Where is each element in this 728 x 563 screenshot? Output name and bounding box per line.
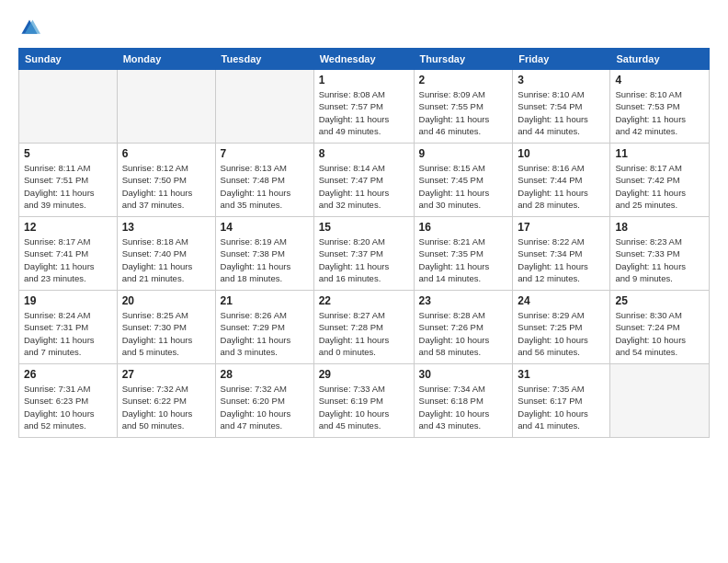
day-info: Sunrise: 8:29 AM Sunset: 7:25 PM Dayligh…: [518, 309, 605, 358]
day-info: Sunrise: 7:35 AM Sunset: 6:17 PM Dayligh…: [518, 383, 605, 431]
calendar-cell: 12Sunrise: 8:17 AM Sunset: 7:41 PM Dayli…: [19, 217, 118, 291]
day-info: Sunrise: 7:34 AM Sunset: 6:18 PM Dayligh…: [419, 383, 508, 431]
day-number: 14: [221, 221, 309, 234]
day-info: Sunrise: 8:21 AM Sunset: 7:35 PM Dayligh…: [419, 236, 508, 284]
day-number: 1: [319, 74, 409, 86]
calendar-cell: 20Sunrise: 8:25 AM Sunset: 7:30 PM Dayli…: [117, 291, 215, 364]
calendar-cell: 16Sunrise: 8:21 AM Sunset: 7:35 PM Dayli…: [414, 217, 513, 291]
calendar-cell: 24Sunrise: 8:29 AM Sunset: 7:25 PM Dayli…: [513, 291, 610, 364]
header: [18, 17, 710, 39]
calendar-cell: [215, 70, 313, 144]
day-number: 30: [419, 368, 508, 381]
calendar-cell: 1Sunrise: 8:08 AM Sunset: 7:57 PM Daylig…: [313, 70, 414, 144]
day-info: Sunrise: 8:18 AM Sunset: 7:40 PM Dayligh…: [122, 236, 210, 284]
logo-icon: [18, 17, 40, 39]
day-number: 6: [122, 147, 210, 160]
calendar-cell: 4Sunrise: 8:10 AM Sunset: 7:53 PM Daylig…: [610, 70, 710, 144]
logo: [18, 17, 44, 39]
day-info: Sunrise: 8:25 AM Sunset: 7:30 PM Dayligh…: [122, 309, 210, 358]
day-info: Sunrise: 8:09 AM Sunset: 7:55 PM Dayligh…: [419, 88, 508, 137]
day-info: Sunrise: 8:10 AM Sunset: 7:53 PM Dayligh…: [615, 88, 704, 137]
calendar-header-thursday: Thursday: [414, 49, 513, 70]
calendar-cell: 10Sunrise: 8:16 AM Sunset: 7:44 PM Dayli…: [513, 144, 610, 217]
day-number: 24: [518, 294, 605, 307]
day-number: 22: [319, 294, 409, 307]
day-info: Sunrise: 8:26 AM Sunset: 7:29 PM Dayligh…: [221, 309, 309, 358]
day-number: 12: [24, 221, 112, 234]
calendar: SundayMondayTuesdayWednesdayThursdayFrid…: [18, 48, 710, 438]
day-info: Sunrise: 7:31 AM Sunset: 6:23 PM Dayligh…: [24, 383, 112, 431]
calendar-cell: 8Sunrise: 8:14 AM Sunset: 7:47 PM Daylig…: [313, 144, 414, 217]
calendar-header-tuesday: Tuesday: [215, 49, 313, 70]
day-info: Sunrise: 7:32 AM Sunset: 6:20 PM Dayligh…: [221, 383, 309, 431]
day-number: 5: [24, 147, 112, 160]
day-number: 23: [419, 294, 508, 307]
calendar-cell: 31Sunrise: 7:35 AM Sunset: 6:17 PM Dayli…: [513, 364, 610, 438]
day-info: Sunrise: 8:17 AM Sunset: 7:41 PM Dayligh…: [24, 236, 112, 284]
day-number: 25: [615, 294, 704, 307]
day-info: Sunrise: 8:19 AM Sunset: 7:38 PM Dayligh…: [221, 236, 309, 284]
calendar-cell: 3Sunrise: 8:10 AM Sunset: 7:54 PM Daylig…: [513, 70, 610, 144]
calendar-cell: 30Sunrise: 7:34 AM Sunset: 6:18 PM Dayli…: [414, 364, 513, 438]
day-info: Sunrise: 8:16 AM Sunset: 7:44 PM Dayligh…: [518, 162, 605, 211]
day-number: 8: [319, 147, 409, 160]
calendar-header-saturday: Saturday: [610, 49, 710, 70]
day-info: Sunrise: 8:11 AM Sunset: 7:51 PM Dayligh…: [24, 162, 112, 211]
day-number: 15: [319, 221, 409, 234]
day-number: 9: [419, 147, 508, 160]
day-info: Sunrise: 8:24 AM Sunset: 7:31 PM Dayligh…: [24, 309, 112, 358]
calendar-cell: 15Sunrise: 8:20 AM Sunset: 7:37 PM Dayli…: [313, 217, 414, 291]
week-row-2: 5Sunrise: 8:11 AM Sunset: 7:51 PM Daylig…: [19, 144, 710, 217]
day-number: 29: [319, 368, 409, 381]
day-number: 11: [615, 147, 704, 160]
calendar-cell: 21Sunrise: 8:26 AM Sunset: 7:29 PM Dayli…: [215, 291, 313, 364]
day-info: Sunrise: 8:17 AM Sunset: 7:42 PM Dayligh…: [615, 162, 704, 211]
day-info: Sunrise: 8:08 AM Sunset: 7:57 PM Dayligh…: [319, 88, 409, 137]
day-info: Sunrise: 8:30 AM Sunset: 7:24 PM Dayligh…: [615, 309, 704, 358]
day-info: Sunrise: 8:27 AM Sunset: 7:28 PM Dayligh…: [319, 309, 409, 358]
calendar-cell: 26Sunrise: 7:31 AM Sunset: 6:23 PM Dayli…: [19, 364, 118, 438]
calendar-header-row: SundayMondayTuesdayWednesdayThursdayFrid…: [19, 49, 710, 70]
calendar-cell: 27Sunrise: 7:32 AM Sunset: 6:22 PM Dayli…: [117, 364, 215, 438]
calendar-cell: 6Sunrise: 8:12 AM Sunset: 7:50 PM Daylig…: [117, 144, 215, 217]
day-info: Sunrise: 8:12 AM Sunset: 7:50 PM Dayligh…: [122, 162, 210, 211]
day-number: 16: [419, 221, 508, 234]
day-info: Sunrise: 8:10 AM Sunset: 7:54 PM Dayligh…: [518, 88, 605, 137]
calendar-header-friday: Friday: [513, 49, 610, 70]
calendar-cell: 18Sunrise: 8:23 AM Sunset: 7:33 PM Dayli…: [610, 217, 710, 291]
day-info: Sunrise: 8:20 AM Sunset: 7:37 PM Dayligh…: [319, 236, 409, 284]
day-number: 7: [221, 147, 309, 160]
day-info: Sunrise: 7:32 AM Sunset: 6:22 PM Dayligh…: [122, 383, 210, 431]
calendar-header-monday: Monday: [117, 49, 215, 70]
day-number: 26: [24, 368, 112, 381]
day-info: Sunrise: 8:28 AM Sunset: 7:26 PM Dayligh…: [419, 309, 508, 358]
week-row-5: 26Sunrise: 7:31 AM Sunset: 6:23 PM Dayli…: [19, 364, 710, 438]
calendar-cell: 19Sunrise: 8:24 AM Sunset: 7:31 PM Dayli…: [19, 291, 118, 364]
calendar-cell: 28Sunrise: 7:32 AM Sunset: 6:20 PM Dayli…: [215, 364, 313, 438]
page: SundayMondayTuesdayWednesdayThursdayFrid…: [0, 0, 728, 563]
week-row-4: 19Sunrise: 8:24 AM Sunset: 7:31 PM Dayli…: [19, 291, 710, 364]
week-row-3: 12Sunrise: 8:17 AM Sunset: 7:41 PM Dayli…: [19, 217, 710, 291]
day-number: 4: [615, 74, 704, 86]
day-number: 18: [615, 221, 704, 234]
day-number: 28: [221, 368, 309, 381]
calendar-cell: 14Sunrise: 8:19 AM Sunset: 7:38 PM Dayli…: [215, 217, 313, 291]
day-number: 19: [24, 294, 112, 307]
calendar-cell: [19, 70, 118, 144]
day-number: 21: [221, 294, 309, 307]
day-info: Sunrise: 8:23 AM Sunset: 7:33 PM Dayligh…: [615, 236, 704, 284]
calendar-cell: 17Sunrise: 8:22 AM Sunset: 7:34 PM Dayli…: [513, 217, 610, 291]
calendar-header-sunday: Sunday: [19, 49, 118, 70]
day-number: 31: [518, 368, 605, 381]
calendar-cell: 23Sunrise: 8:28 AM Sunset: 7:26 PM Dayli…: [414, 291, 513, 364]
calendar-cell: 13Sunrise: 8:18 AM Sunset: 7:40 PM Dayli…: [117, 217, 215, 291]
calendar-cell: 2Sunrise: 8:09 AM Sunset: 7:55 PM Daylig…: [414, 70, 513, 144]
calendar-cell: 22Sunrise: 8:27 AM Sunset: 7:28 PM Dayli…: [313, 291, 414, 364]
day-info: Sunrise: 8:22 AM Sunset: 7:34 PM Dayligh…: [518, 236, 605, 284]
day-number: 13: [122, 221, 210, 234]
day-info: Sunrise: 8:15 AM Sunset: 7:45 PM Dayligh…: [419, 162, 508, 211]
calendar-cell: 11Sunrise: 8:17 AM Sunset: 7:42 PM Dayli…: [610, 144, 710, 217]
day-info: Sunrise: 8:13 AM Sunset: 7:48 PM Dayligh…: [221, 162, 309, 211]
day-number: 20: [122, 294, 210, 307]
day-info: Sunrise: 8:14 AM Sunset: 7:47 PM Dayligh…: [319, 162, 409, 211]
